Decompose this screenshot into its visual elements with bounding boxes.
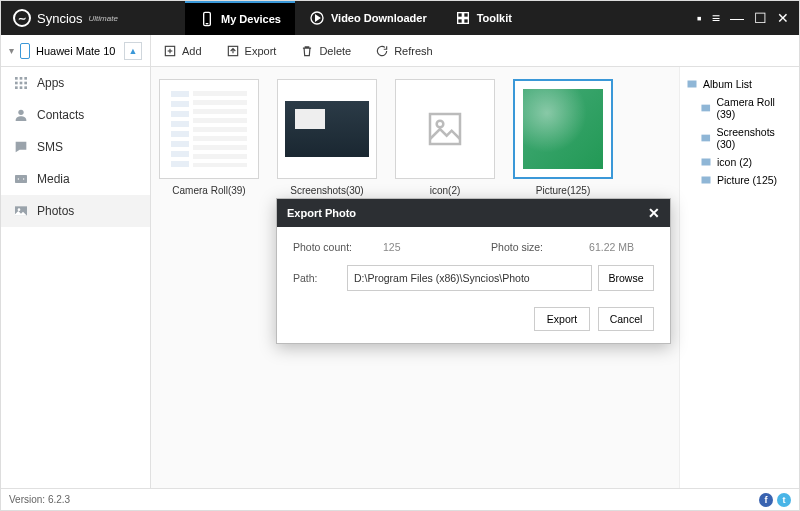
export-icon — [226, 44, 240, 58]
add-button[interactable]: Add — [151, 35, 214, 66]
svg-rect-13 — [20, 77, 23, 80]
path-input[interactable] — [347, 265, 592, 291]
image-placeholder-icon — [425, 109, 465, 149]
tab-my-devices[interactable]: My Devices — [185, 1, 295, 35]
add-label: Add — [182, 45, 202, 57]
sidebar-item-media[interactable]: Media — [1, 163, 150, 195]
dialog-export-button[interactable]: Export — [534, 307, 590, 331]
album-list-label: Camera Roll (39) — [716, 96, 793, 120]
photo-size-value: 61.22 MB — [543, 241, 654, 253]
eject-button[interactable]: ▲ — [124, 42, 142, 60]
album-label: Camera Roll(39) — [172, 185, 245, 196]
add-icon — [163, 44, 177, 58]
twitter-icon[interactable]: t — [777, 493, 791, 507]
refresh-label: Refresh — [394, 45, 433, 57]
app-logo-icon — [13, 9, 31, 27]
album-list-title: Album List — [703, 78, 752, 90]
album-thumb — [513, 79, 613, 179]
photo-count-value: 125 — [383, 241, 443, 253]
export-photo-dialog: Export Photo ✕ Photo count: 125 Photo si… — [276, 198, 671, 344]
image-icon — [700, 132, 711, 144]
dialog-title: Export Photo — [287, 207, 356, 219]
status-bar: Version: 6.2.3 f t — [1, 488, 799, 510]
svg-marker-3 — [316, 15, 320, 20]
album-label: Picture(125) — [536, 185, 590, 196]
device-selector[interactable]: ▾ Huawei Mate 10 ▲ — [1, 35, 151, 66]
top-tabs: My Devices Video Downloader Toolkit — [185, 1, 526, 35]
toolbar: ▾ Huawei Mate 10 ▲ Add Export Delete Ref… — [1, 35, 799, 67]
tab-video-downloader[interactable]: Video Downloader — [295, 1, 441, 35]
play-circle-icon — [309, 10, 325, 26]
sidebar-item-label: Apps — [37, 76, 64, 90]
svg-point-24 — [23, 178, 24, 179]
svg-rect-6 — [457, 19, 462, 24]
chevron-down-icon: ▾ — [9, 45, 14, 56]
menu-icon[interactable]: ≡ — [712, 10, 720, 26]
contacts-icon — [13, 107, 29, 123]
svg-rect-16 — [20, 82, 23, 85]
delete-label: Delete — [319, 45, 351, 57]
trash-icon — [300, 44, 314, 58]
svg-rect-12 — [15, 77, 18, 80]
album-list-label: icon (2) — [717, 156, 752, 168]
album-camera-roll[interactable]: Camera Roll(39) — [159, 79, 259, 196]
minimize-icon[interactable]: — — [730, 10, 744, 26]
dialog-footer: Export Cancel — [293, 307, 654, 331]
refresh-button[interactable]: Refresh — [363, 35, 445, 66]
svg-rect-27 — [430, 114, 460, 144]
social-links: f t — [759, 493, 791, 507]
album-list-header[interactable]: Album List — [686, 75, 793, 93]
maximize-icon[interactable]: ☐ — [754, 10, 767, 26]
album-list-label: Picture (125) — [717, 174, 777, 186]
album-picture[interactable]: Picture(125) — [513, 79, 613, 196]
album-list-icon[interactable]: icon (2) — [686, 153, 793, 171]
sidebar-item-sms[interactable]: SMS — [1, 131, 150, 163]
svg-rect-7 — [463, 19, 468, 24]
album-screenshots[interactable]: Screenshots(30) — [277, 79, 377, 196]
facebook-icon[interactable]: f — [759, 493, 773, 507]
dialog-path-row: Path: Browse — [293, 265, 654, 291]
messages-icon[interactable]: ▪ — [697, 10, 702, 26]
brand: Syncios Ultimate — [1, 9, 185, 27]
svg-rect-18 — [15, 86, 18, 89]
export-label: Export — [245, 45, 277, 57]
delete-button[interactable]: Delete — [288, 35, 363, 66]
tab-label: Toolkit — [477, 12, 512, 24]
sidebar-item-apps[interactable]: Apps — [1, 67, 150, 99]
export-button[interactable]: Export — [214, 35, 289, 66]
svg-point-28 — [437, 121, 444, 128]
dialog-cancel-button[interactable]: Cancel — [598, 307, 654, 331]
album-list-screenshots[interactable]: Screenshots (30) — [686, 123, 793, 153]
apps-icon — [13, 75, 29, 91]
svg-point-26 — [18, 208, 21, 211]
sidebar-item-label: Contacts — [37, 108, 84, 122]
album-label: Screenshots(30) — [290, 185, 363, 196]
window-controls: ▪ ≡ — ☐ ✕ — [697, 10, 799, 26]
album-list-camera-roll[interactable]: Camera Roll (39) — [686, 93, 793, 123]
sidebar-item-label: Photos — [37, 204, 74, 218]
tab-toolkit[interactable]: Toolkit — [441, 1, 526, 35]
album-icon[interactable]: icon(2) — [395, 79, 495, 196]
grid-icon — [455, 10, 471, 26]
svg-rect-29 — [688, 81, 697, 88]
browse-button[interactable]: Browse — [598, 265, 654, 291]
title-bar: Syncios Ultimate My Devices Video Downlo… — [1, 1, 799, 35]
dialog-close-icon[interactable]: ✕ — [648, 205, 660, 221]
svg-rect-5 — [463, 13, 468, 18]
path-label: Path: — [293, 272, 347, 284]
close-icon[interactable]: ✕ — [777, 10, 789, 26]
refresh-icon — [375, 44, 389, 58]
sms-icon — [13, 139, 29, 155]
svg-rect-31 — [701, 135, 710, 142]
svg-point-21 — [18, 110, 23, 115]
dialog-header: Export Photo ✕ — [277, 199, 670, 227]
image-icon — [700, 174, 712, 186]
svg-rect-19 — [20, 86, 23, 89]
sidebar-item-photos[interactable]: Photos — [1, 195, 150, 227]
dialog-info-row: Photo count: 125 Photo size: 61.22 MB — [293, 241, 654, 253]
album-list-picture[interactable]: Picture (125) — [686, 171, 793, 189]
svg-rect-22 — [15, 175, 27, 183]
sidebar-item-contacts[interactable]: Contacts — [1, 99, 150, 131]
device-name: Huawei Mate 10 — [36, 45, 116, 57]
svg-rect-15 — [15, 82, 18, 85]
